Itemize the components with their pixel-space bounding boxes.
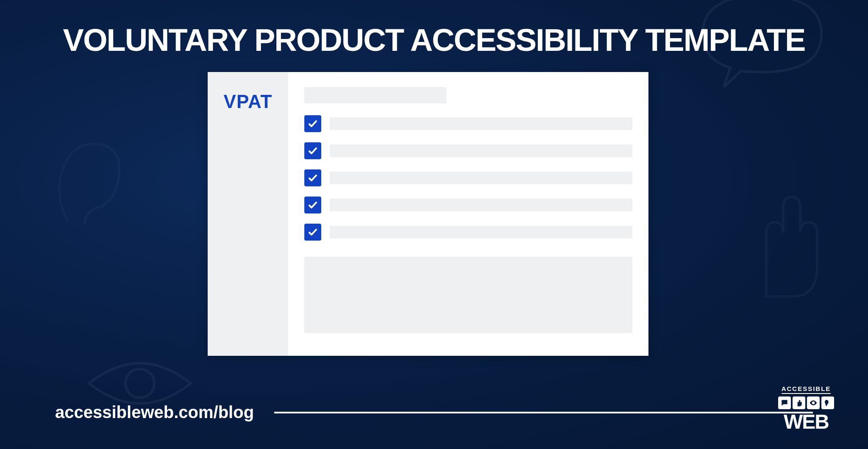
vpat-sidebar-label: VPAT: [208, 91, 288, 112]
checkbox-checked-icon: [304, 115, 321, 132]
vpat-sidebar: VPAT: [208, 72, 288, 356]
decorative-ear-icon: [51, 136, 127, 229]
vpat-checklist-row: [304, 169, 632, 186]
checkbox-checked-icon: [304, 169, 321, 186]
checkbox-checked-icon: [304, 224, 321, 241]
brand-main-word: WEB: [784, 412, 829, 432]
svg-point-0: [125, 369, 154, 398]
vpat-row-placeholder: [330, 144, 632, 157]
footer: accessibleweb.com/blog: [55, 403, 813, 422]
vpat-checklist-row: [304, 197, 632, 213]
brand-speech-icon: [778, 396, 791, 409]
page-title: VOLUNTARY PRODUCT ACCESSIBILITY TEMPLATE: [0, 22, 868, 58]
vpat-checklist-row: [304, 115, 632, 132]
brand-hand-icon: [793, 396, 805, 409]
brand-logo: ACCESSIBLE WEB: [778, 385, 834, 432]
brand-top-word: ACCESSIBLE: [782, 385, 831, 394]
vpat-main: [288, 72, 648, 356]
footer-url: accessibleweb.com/blog: [55, 403, 254, 422]
brand-eye-icon: [807, 396, 820, 409]
brand-icon-row: [778, 396, 834, 409]
vpat-document-mock: VPAT: [208, 72, 648, 356]
checkbox-checked-icon: [304, 197, 321, 213]
vpat-content-placeholder: [304, 257, 632, 333]
checkbox-checked-icon: [304, 142, 321, 159]
vpat-row-placeholder: [330, 117, 632, 130]
vpat-checklist-row: [304, 224, 632, 241]
vpat-row-placeholder: [330, 172, 632, 184]
vpat-row-placeholder: [330, 199, 632, 211]
brand-ear-icon: [821, 396, 834, 409]
decorative-hand-icon: [741, 182, 843, 301]
footer-divider: [274, 412, 813, 413]
vpat-row-placeholder: [330, 226, 632, 238]
vpat-checklist-row: [304, 142, 632, 159]
vpat-title-placeholder: [304, 87, 446, 103]
